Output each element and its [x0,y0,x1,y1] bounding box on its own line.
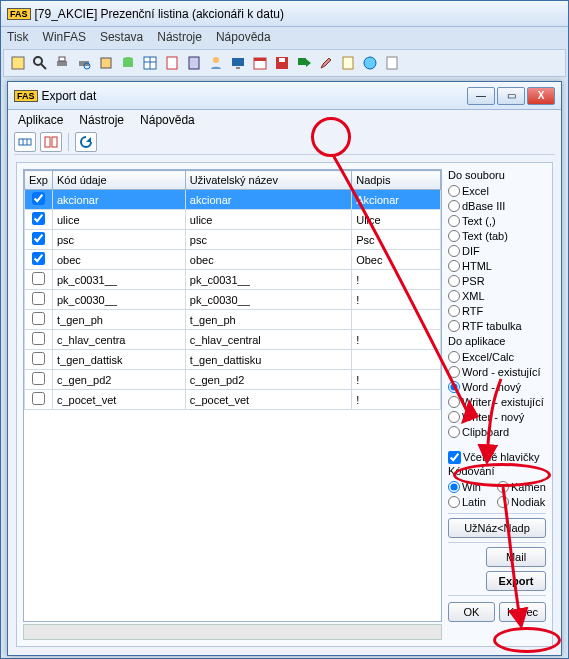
close-button[interactable]: X [527,87,555,105]
horizontal-scrollbar[interactable] [23,624,442,640]
row-export-checkbox[interactable] [32,192,45,205]
row-export-checkbox[interactable] [32,292,45,305]
toolbar-separator [68,133,69,151]
tool-row1-icon[interactable] [14,132,36,152]
table-row[interactable]: uliceuliceUlice [25,210,441,230]
tool-globe-icon[interactable] [360,53,380,73]
table-row[interactable]: pscpscPsc [25,230,441,250]
cell-kod: c_gen_pd2 [53,370,186,390]
row-export-checkbox[interactable] [32,212,45,225]
menu-winfas[interactable]: WinFAS [43,30,86,44]
menu-sestava[interactable]: Sestava [100,30,143,44]
row-export-checkbox[interactable] [32,312,45,325]
menu-nastroje[interactable]: Nástroje [79,113,124,127]
tool-preview-icon[interactable] [74,53,94,73]
format-radio[interactable] [448,411,460,423]
row-export-checkbox[interactable] [32,372,45,385]
tool-brush-icon[interactable] [316,53,336,73]
encoding-radio[interactable] [448,481,460,493]
table-row[interactable]: obecobecObec [25,250,441,270]
tool-screen-icon[interactable] [228,53,248,73]
row-export-checkbox[interactable] [32,392,45,405]
tool-db-icon[interactable] [118,53,138,73]
tool-floppy-icon[interactable] [272,53,292,73]
tool-settings-icon[interactable] [96,53,116,73]
format-radio[interactable] [448,200,460,212]
uznaz-button[interactable]: UžNáz<Nadp [448,518,546,538]
tool-export-icon[interactable] [294,53,314,73]
tool-book-icon[interactable] [338,53,358,73]
format-radio[interactable] [448,381,460,393]
encoding-radio[interactable] [448,496,460,508]
tool-print-icon[interactable] [52,53,72,73]
fields-grid[interactable]: Exp Kód údaje Uživatelský název Nadpis a… [23,169,442,622]
encoding-radio[interactable] [497,496,509,508]
format-radio[interactable] [448,215,460,227]
tool-user-icon[interactable] [206,53,226,73]
tool-refresh-icon[interactable] [75,132,97,152]
export-body: Exp Kód údaje Uživatelský název Nadpis a… [16,162,553,647]
cell-kod: akcionar [53,190,186,210]
row-export-checkbox[interactable] [32,252,45,265]
row-export-checkbox[interactable] [32,352,45,365]
cell-kod: obec [53,250,186,270]
konec-button[interactable]: Konec [499,602,546,622]
menu-napoveda[interactable]: Nápověda [140,113,195,127]
mail-button[interactable]: Mail [486,547,546,567]
table-row[interactable]: pk_c0030__pk_c0030__! [25,290,441,310]
format-radio[interactable] [448,185,460,197]
menu-aplikace[interactable]: Aplikace [18,113,63,127]
format-radio[interactable] [448,230,460,242]
tool-blank-icon[interactable] [382,53,402,73]
tool-cal-icon[interactable] [250,53,270,73]
col-uziv[interactable]: Uživatelský název [185,171,351,190]
options-pane: Do souboru ExceldBase IIIText (,)Text (t… [448,169,546,640]
cell-uziv: akcionar [185,190,351,210]
col-kod[interactable]: Kód údaje [53,171,186,190]
svg-rect-16 [232,58,244,66]
tool-grid1-icon[interactable] [140,53,160,73]
format-radio[interactable] [448,260,460,272]
export-button[interactable]: Export [486,571,546,591]
tool-row2-icon[interactable] [40,132,62,152]
format-radio[interactable] [448,426,460,438]
include-header-checkbox[interactable] [448,451,461,464]
format-radio[interactable] [448,351,460,363]
menu-napoveda[interactable]: Nápověda [216,30,271,44]
row-export-checkbox[interactable] [32,332,45,345]
table-row[interactable]: pk_c0031__pk_c0031__! [25,270,441,290]
tool-calc-icon[interactable] [184,53,204,73]
cell-nadpis: Akcionar [352,190,441,210]
main-window: FAS [79_AKCIE] Prezenční listina (akcion… [0,0,569,659]
ok-button[interactable]: OK [448,602,495,622]
format-radio[interactable] [448,396,460,408]
menu-nastroje[interactable]: Nástroje [157,30,202,44]
row-export-checkbox[interactable] [32,272,45,285]
format-radio[interactable] [448,320,460,332]
table-row[interactable]: t_gen_pht_gen_ph [25,310,441,330]
menu-tisk[interactable]: Tisk [7,30,29,44]
encoding-radio[interactable] [497,481,509,493]
table-row[interactable]: c_pocet_vetc_pocet_vet! [25,390,441,410]
table-row[interactable]: c_gen_pd2c_gen_pd2! [25,370,441,390]
tool-find-icon[interactable] [30,53,50,73]
encoding-label: Kódování [448,465,546,477]
table-row[interactable]: t_gen_dattiskt_gen_dattisku [25,350,441,370]
format-radio[interactable] [448,290,460,302]
svg-point-23 [364,57,376,69]
col-nadpis[interactable]: Nadpis [352,171,441,190]
format-radio[interactable] [448,275,460,287]
format-radio[interactable] [448,305,460,317]
minimize-button[interactable]: — [467,87,495,105]
tool-report-icon[interactable] [162,53,182,73]
col-exp[interactable]: Exp [25,171,53,190]
export-titlebar: FAS Export dat — ▭ X [8,82,561,110]
tool-run-icon[interactable] [8,53,28,73]
encoding-label: Latin [462,496,486,508]
table-row[interactable]: akcionarakcionarAkcionar [25,190,441,210]
table-row[interactable]: c_hlav_centrac_hlav_central! [25,330,441,350]
format-radio[interactable] [448,245,460,257]
format-radio[interactable] [448,366,460,378]
row-export-checkbox[interactable] [32,232,45,245]
maximize-button[interactable]: ▭ [497,87,525,105]
